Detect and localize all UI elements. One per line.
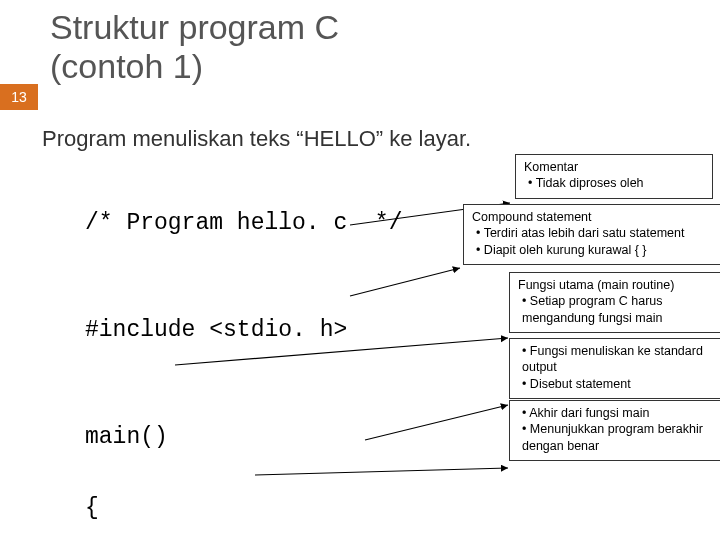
callout-bullet: Menunjukkan program berakhir dengan bena… <box>522 421 720 454</box>
slide-number: 13 <box>0 84 38 110</box>
callout-printf: Fungsi menuliskan ke standard output Dis… <box>509 338 720 399</box>
code-line: { <box>85 491 720 527</box>
callout-title: Fungsi utama (main routine) <box>518 277 720 293</box>
callout-bullet: Akhir dari fungsi main <box>522 405 720 421</box>
callout-bullet: Terdiri atas lebih dari satu statement <box>476 225 720 241</box>
callout-comment: Komentar Tidak diproses oleh <box>515 154 713 199</box>
callout-bullet: Tidak diproses oleh <box>528 175 704 191</box>
callout-bullet: Setiap program C harus mengandung fungsi… <box>522 293 720 326</box>
callout-main: Fungsi utama (main routine) Setiap progr… <box>509 272 720 333</box>
callout-bullet: Disebut statement <box>522 376 720 392</box>
callout-title: Compound statement <box>472 209 720 225</box>
slide-title: Struktur program C (contoh 1) <box>50 8 720 86</box>
callout-compound: Compound statement Terdiri atas lebih da… <box>463 204 720 265</box>
callout-bullet: Diapit oleh kurung kurawal { } <box>476 242 720 258</box>
callout-return: Akhir dari fungsi main Menunjukkan progr… <box>509 400 720 461</box>
content-area: /* Program hello. c */ #include <stdio. … <box>85 170 720 540</box>
title-line-2: (contoh 1) <box>50 47 203 85</box>
callout-title: Komentar <box>524 159 704 175</box>
title-line-1: Struktur program C <box>50 8 339 46</box>
slide-subtitle: Program menuliskan teks “HELLO” ke layar… <box>42 126 720 152</box>
callout-bullet: Fungsi menuliskan ke standard output <box>522 343 720 376</box>
